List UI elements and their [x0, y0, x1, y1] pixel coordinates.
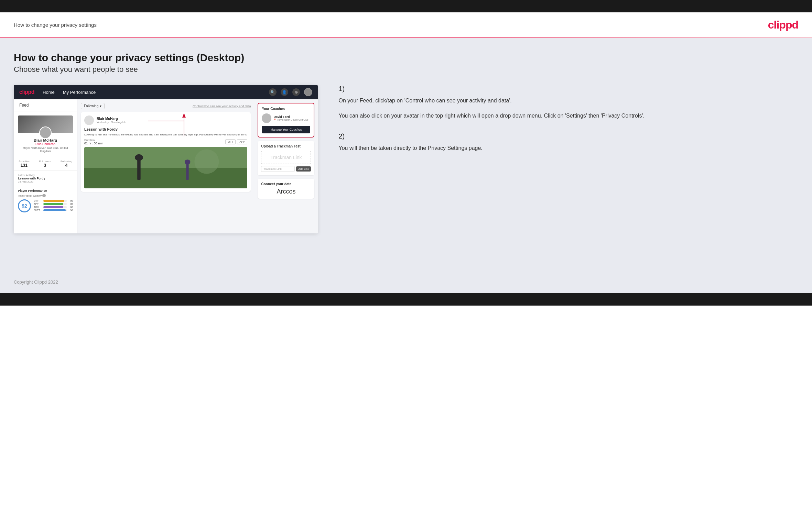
coach-avatar: [262, 113, 271, 123]
svg-point-2: [194, 150, 219, 174]
coaches-title: Your Coaches: [262, 107, 310, 111]
step2-number: 2): [338, 132, 798, 140]
tag-app: APP: [237, 139, 247, 144]
bar-app: APP 85: [34, 203, 73, 205]
coach-name: David Ford: [273, 115, 308, 119]
manage-coaches-button[interactable]: Manage Your Coaches: [262, 126, 310, 133]
mock-nav-icons: 🔍 👤 ⊕: [269, 88, 312, 96]
stat-following: Following 4: [61, 160, 72, 168]
mock-ui: clippd Home My Performance 🔍 👤 ⊕ Feed: [14, 85, 318, 233]
user-icon: 👤: [281, 88, 288, 96]
post-author: Blair McHarg: [97, 117, 126, 121]
svg-rect-1: [84, 168, 247, 188]
location-icon: 📍: [273, 119, 277, 121]
mock-profile-card: Blair McHarg Plus Handicap Royal North D…: [14, 111, 77, 157]
arccos-label: Arccos: [261, 188, 311, 195]
performance-bars: OTT 90 APP 85: [34, 200, 73, 212]
step1-number: 1): [338, 85, 798, 93]
mock-right-panel: Your Coaches David Ford 📍 Royal North De…: [254, 99, 318, 233]
connect-title: Connect your data: [261, 182, 311, 186]
latest-label: Latest Activity: [18, 174, 73, 177]
trackman-card: Upload a Trackman Test Trackman Link Tra…: [258, 141, 314, 175]
instruction-1: 1) On your Feed, click/tap on 'Control w…: [338, 85, 798, 120]
main-content: How to change your privacy settings (Des…: [0, 38, 812, 272]
latest-title: Lesson with Fordy: [18, 177, 73, 180]
following-value: 4: [61, 163, 72, 168]
mock-latest-activity: Latest Activity Lesson with Fordy 03 Aug…: [14, 171, 77, 186]
profile-avatar: [39, 126, 52, 139]
following-label: Following: [61, 160, 72, 163]
content-row: clippd Home My Performance 🔍 👤 ⊕ Feed: [14, 85, 798, 233]
mock-logo: clippd: [19, 89, 34, 95]
activities-value: 131: [19, 163, 30, 168]
control-privacy-link[interactable]: Control who can see your activity and da…: [193, 104, 251, 108]
search-icon: 🔍: [269, 88, 277, 96]
quality-score: 92: [18, 199, 31, 212]
svg-point-4: [135, 154, 143, 161]
tag-row: OTT APP: [225, 139, 247, 144]
mock-feed: Following ▾ Control who can see your act…: [77, 99, 254, 233]
page-heading: How to change your privacy settings (Des…: [14, 52, 798, 64]
post-meta: Yesterday · Sunningdale: [97, 121, 126, 124]
step1-text-part2: You can also click on your avatar in the…: [338, 111, 798, 120]
trackman-title: Upload a Trackman Test: [261, 144, 311, 148]
mock-stats: Activities 131 Followers 3 Following 4: [14, 157, 77, 171]
compass-icon: ⊕: [292, 88, 300, 96]
step2-text: You will then be taken directly to the P…: [338, 144, 798, 153]
add-link-button[interactable]: Add Link: [296, 166, 311, 172]
bottom-bar: [0, 293, 812, 306]
mock-performance: Player Performance Total Player Quality …: [14, 186, 77, 215]
post-card: Blair McHarg Yesterday · Sunningdale Les…: [81, 112, 251, 192]
post-description: Looking to feel like my hands are exitin…: [84, 133, 247, 136]
duration-label: Duration: [84, 139, 103, 142]
instructions-panel: 1) On your Feed, click/tap on 'Control w…: [332, 85, 798, 165]
post-title: Lesson with Fordy: [84, 127, 247, 131]
profile-handicap: Plus Handicap: [18, 142, 73, 146]
page-subheading: Choose what you want people to see: [14, 65, 798, 74]
copyright: Copyright Clippd 2022: [14, 279, 58, 285]
step1-text-part1: On your Feed, click/tap on 'Control who …: [338, 96, 798, 105]
tag-ott: OTT: [225, 139, 236, 144]
post-image: [84, 147, 247, 188]
feed-tab: Feed: [14, 99, 77, 111]
bar-putt: PUTT 96: [34, 209, 73, 211]
coach-row: David Ford 📍 Royal North Devon Golf Club: [262, 113, 310, 123]
footer: Copyright Clippd 2022: [0, 272, 812, 293]
profile-club: Royal North Devon Golf Club, United King…: [18, 146, 73, 153]
bar-ott: OTT 90: [34, 200, 73, 202]
mock-nav: clippd Home My Performance 🔍 👤 ⊕: [14, 85, 318, 99]
stat-followers: Followers 3: [39, 160, 51, 168]
performance-title: Player Performance: [18, 189, 73, 192]
top-bar: [0, 0, 812, 12]
latest-date: 03 Aug 2022: [18, 180, 73, 183]
mock-sidebar: Feed Blair McHarg Plus Handicap Royal No…: [14, 99, 77, 233]
quality-container: 92 OTT 90 APP: [18, 199, 73, 212]
logo: clippd: [768, 19, 798, 31]
duration-row: Duration 01 hr : 30 min OTT APP: [84, 139, 247, 145]
svg-rect-5: [186, 164, 189, 180]
mock-nav-home: Home: [43, 90, 55, 95]
activities-label: Activities: [19, 160, 30, 163]
header: How to change your privacy settings clip…: [0, 12, 812, 37]
header-title: How to change your privacy settings: [14, 22, 97, 28]
coach-club: 📍 Royal North Devon Golf Club: [273, 119, 308, 121]
profile-bg: [18, 115, 73, 133]
mock-nav-performance: My Performance: [63, 90, 96, 95]
trackman-box: Trackman Link: [261, 151, 311, 164]
mock-ui-container: clippd Home My Performance 🔍 👤 ⊕ Feed: [14, 85, 318, 233]
stat-activities: Activities 131: [19, 160, 30, 168]
nav-avatar: [304, 88, 312, 96]
bar-arg: ARG 86: [34, 206, 73, 208]
post-header: Blair McHarg Yesterday · Sunningdale: [84, 115, 247, 125]
following-button[interactable]: Following ▾: [81, 103, 105, 109]
quality-label: Total Player Quality i: [18, 194, 73, 197]
duration-value: 01 hr : 30 min: [84, 142, 103, 145]
connect-card: Connect your data Arccos: [258, 179, 314, 199]
trackman-link-input[interactable]: Trackman Link: [261, 166, 295, 172]
mock-body: Feed Blair McHarg Plus Handicap Royal No…: [14, 99, 318, 233]
chevron-down-icon: ▾: [100, 104, 101, 108]
svg-point-6: [185, 159, 191, 164]
trackman-placeholder: Trackman Link: [265, 155, 307, 160]
link-row: Trackman Link Add Link: [261, 166, 311, 172]
instruction-2: 2) You will then be taken directly to th…: [338, 132, 798, 153]
